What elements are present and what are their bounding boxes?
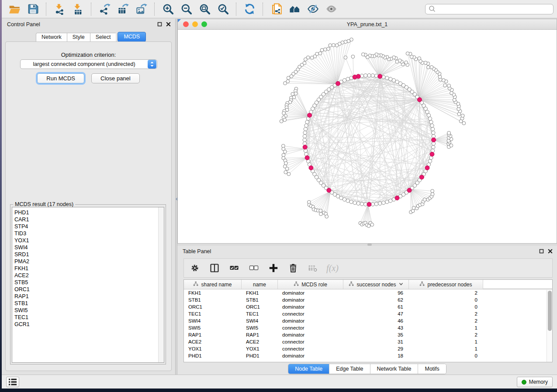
- table-cell[interactable]: SWI4: [242, 317, 278, 324]
- table-row[interactable]: SWI5SWI5connector431: [184, 324, 552, 331]
- table-cell[interactable]: 29: [343, 345, 409, 352]
- panel-list-button[interactable]: [6, 377, 19, 387]
- column-header-predecessor-nodes[interactable]: predecessor nodes: [409, 280, 483, 289]
- export-table-icon[interactable]: [115, 2, 130, 17]
- table-cell[interactable]: 0: [409, 303, 483, 310]
- table-cell[interactable]: 46: [343, 317, 409, 324]
- mcds-result-node[interactable]: STB5: [14, 279, 164, 286]
- mcds-result-node[interactable]: CAR1: [14, 216, 164, 223]
- hide-eye-icon[interactable]: [305, 2, 320, 17]
- table-cell[interactable]: SWI4: [184, 317, 242, 324]
- table-cell[interactable]: dominator: [278, 317, 343, 324]
- open-folder-icon[interactable]: [7, 2, 22, 17]
- table-scrollbar-thumb[interactable]: [548, 291, 552, 331]
- tab-node-table[interactable]: Node Table: [288, 364, 329, 374]
- select-all-icon[interactable]: [228, 261, 241, 275]
- search-input[interactable]: [437, 6, 550, 12]
- criterion-dropdown[interactable]: largest connected component (undirected): [20, 59, 157, 69]
- table-cell[interactable]: 0: [409, 352, 483, 359]
- table-cell[interactable]: connector: [278, 345, 343, 352]
- table-cell[interactable]: 61: [343, 303, 409, 310]
- refresh-icon[interactable]: [242, 2, 257, 17]
- close-panel-icon[interactable]: [166, 22, 171, 27]
- table-row[interactable]: SWI4SWI4dominator462: [184, 317, 552, 324]
- network-canvas[interactable]: [178, 30, 557, 243]
- mcds-result-node[interactable]: ORC1: [14, 286, 164, 293]
- table-cell[interactable]: connector: [278, 310, 343, 317]
- table-cell[interactable]: ORC1: [184, 303, 242, 310]
- table-cell[interactable]: 96: [343, 289, 409, 296]
- table-row[interactable]: STB1STB1dominator620: [184, 296, 552, 303]
- table-cell[interactable]: 2: [409, 289, 483, 296]
- table-cell[interactable]: YOX1: [184, 345, 242, 352]
- table-cell[interactable]: dominator: [278, 352, 343, 359]
- column-header-MCDS-role[interactable]: MCDS role: [278, 280, 343, 289]
- zoom-fit-icon[interactable]: [197, 2, 212, 17]
- deselect-all-icon[interactable]: [247, 261, 260, 275]
- search-box[interactable]: [425, 4, 554, 14]
- table-cell[interactable]: ACE2: [242, 338, 278, 345]
- network-window-titlebar[interactable]: YPA_prune.txt_1: [178, 19, 557, 30]
- mcds-result-node[interactable]: SWI5: [14, 307, 164, 314]
- tab-network-table[interactable]: Network Table: [370, 364, 419, 374]
- table-row[interactable]: YOX1YOX1connector291: [184, 345, 552, 352]
- table-cell[interactable]: 31: [343, 338, 409, 345]
- table-cell[interactable]: ORC1: [242, 303, 278, 310]
- table-cell[interactable]: 1: [409, 338, 483, 345]
- columns-icon[interactable]: [208, 261, 221, 275]
- show-eye-icon[interactable]: [324, 2, 339, 17]
- mcds-result-node[interactable]: FKH1: [14, 265, 164, 272]
- table-cell[interactable]: 47: [343, 310, 409, 317]
- save-icon[interactable]: [25, 2, 40, 17]
- add-icon[interactable]: [267, 261, 280, 275]
- table-cell[interactable]: TEC1: [184, 310, 242, 317]
- table-row[interactable]: ACE2ACE2connector311: [184, 338, 552, 345]
- mcds-result-node[interactable]: TEC1: [14, 314, 164, 321]
- share-document-icon[interactable]: [269, 2, 284, 17]
- node-table[interactable]: shared namenameMCDS rolesuccessor nodesp…: [183, 279, 553, 362]
- table-cell[interactable]: 0: [409, 296, 483, 303]
- table-cell[interactable]: 18: [343, 352, 409, 359]
- table-cell[interactable]: connector: [278, 324, 343, 331]
- table-cell[interactable]: dominator: [278, 289, 343, 296]
- table-cell[interactable]: 1: [409, 324, 483, 331]
- table-cell[interactable]: 62: [343, 296, 409, 303]
- mcds-result-node[interactable]: GCR1: [14, 321, 164, 328]
- table-row[interactable]: ORC1ORC1dominator610: [184, 303, 552, 310]
- table-cell[interactable]: RAP1: [242, 331, 278, 338]
- mcds-result-node[interactable]: SWI4: [14, 244, 164, 251]
- tab-edge-table[interactable]: Edge Table: [329, 364, 370, 374]
- table-row[interactable]: TEC1TEC1connector472: [184, 310, 552, 317]
- close-table-panel-icon[interactable]: [548, 249, 553, 254]
- mcds-result-node[interactable]: PHD1: [14, 209, 164, 216]
- trash-icon[interactable]: [287, 261, 300, 275]
- table-row[interactable]: FKH1FKH1dominator962: [184, 289, 552, 296]
- table-cell[interactable]: RAP1: [184, 331, 242, 338]
- table-cell[interactable]: FKH1: [184, 289, 242, 296]
- table-cell[interactable]: 2: [409, 310, 483, 317]
- result-list-scrollbar[interactable]: [158, 207, 164, 362]
- table-row[interactable]: PHD1PHD1dominator180: [184, 352, 552, 359]
- mcds-result-node[interactable]: YOX1: [14, 237, 164, 244]
- export-image-icon[interactable]: [134, 2, 149, 17]
- run-mcds-button[interactable]: Run MCDS: [37, 73, 84, 83]
- import-table-icon[interactable]: [70, 2, 85, 17]
- float-panel-icon[interactable]: [157, 22, 162, 27]
- zoom-out-icon[interactable]: [179, 2, 194, 17]
- table-cell[interactable]: ACE2: [184, 338, 242, 345]
- tab-mcds[interactable]: MCDS: [118, 32, 146, 42]
- table-cell[interactable]: 1: [409, 345, 483, 352]
- table-cell[interactable]: YOX1: [242, 345, 278, 352]
- table-cell[interactable]: 2: [409, 317, 483, 324]
- tab-select[interactable]: Select: [90, 33, 116, 42]
- column-header-name[interactable]: name: [242, 280, 278, 289]
- memory-button[interactable]: Memory: [517, 377, 553, 387]
- mcds-result-node[interactable]: ACE2: [14, 272, 164, 279]
- table-cell[interactable]: PHD1: [184, 352, 242, 359]
- table-cell[interactable]: 35: [343, 331, 409, 338]
- mcds-result-node[interactable]: STB1: [14, 300, 164, 307]
- table-cell[interactable]: STB1: [242, 296, 278, 303]
- float-table-panel-icon[interactable]: [539, 249, 544, 254]
- table-cell[interactable]: dominator: [278, 331, 343, 338]
- houses-icon[interactable]: [287, 2, 302, 17]
